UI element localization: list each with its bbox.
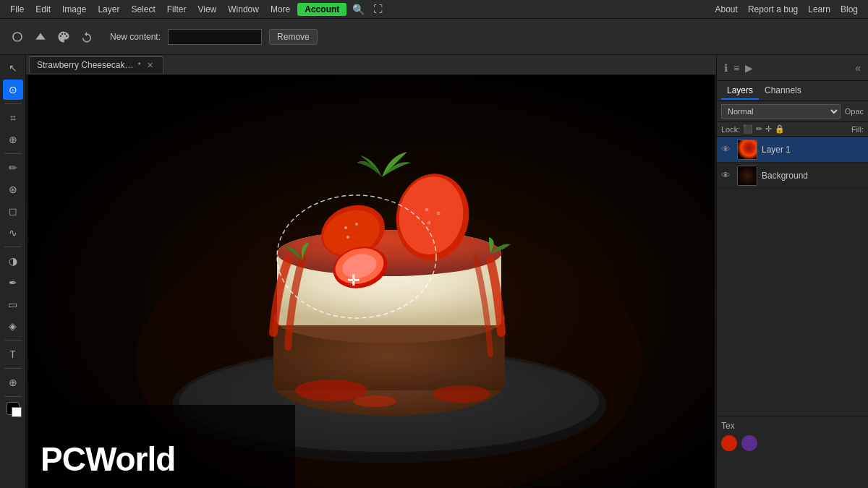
menu-layer[interactable]: Layer <box>93 3 124 16</box>
tool-lasso[interactable] <box>7 27 27 47</box>
lock-paint-icon[interactable]: ✏ <box>756 124 762 134</box>
layer-item-background[interactable]: 👁 Background <box>717 163 868 189</box>
menu-image[interactable]: Image <box>58 3 90 16</box>
tool-separator-5 <box>4 368 22 369</box>
tool-smudge[interactable]: ∿ <box>3 223 23 243</box>
panel-info-icon[interactable]: ℹ <box>721 59 731 77</box>
menu-blog[interactable]: Blog <box>836 3 862 16</box>
tool-shape[interactable]: ▭ <box>3 294 23 314</box>
tex-label: Tex <box>721 421 864 431</box>
menu-file[interactable]: File <box>6 3 28 16</box>
panel-settings-icon[interactable]: ≡ <box>731 59 742 77</box>
foreground-color[interactable] <box>7 402 20 415</box>
svg-point-15 <box>344 226 347 229</box>
svg-point-21 <box>437 211 441 215</box>
lock-move-icon[interactable]: ✛ <box>765 124 772 134</box>
tool-shape-buttons <box>7 27 97 47</box>
layers-list: 👁 Layer 1 👁 Background <box>717 137 868 416</box>
svg-point-12 <box>353 395 396 407</box>
canvas-tab-bar: Strawberry Cheesecak… * ✕ <box>26 55 716 75</box>
menu-filter[interactable]: Filter <box>163 3 191 16</box>
layers-options: Normal Multiply Screen Overlay Darken Li… <box>717 101 868 122</box>
menu-about[interactable]: About <box>711 3 742 16</box>
new-content-input[interactable] <box>168 29 262 45</box>
tool-rotate[interactable] <box>77 27 97 47</box>
tool-heal[interactable]: ⊕ <box>3 129 23 150</box>
layers-header: Layers Channels <box>717 81 868 101</box>
tool-pen[interactable]: ✒ <box>3 273 23 293</box>
background-visibility-icon[interactable]: 👁 <box>721 170 733 181</box>
menu-right: About Report a bug Learn Blog <box>711 3 862 16</box>
tex-red-btn[interactable] <box>721 435 737 451</box>
menu-learn[interactable]: Learn <box>804 3 835 16</box>
tex-icons <box>721 435 864 451</box>
lock-transparency-icon[interactable]: ⬛ <box>743 124 753 134</box>
toolbar: New content: Remove <box>0 19 868 55</box>
right-panel: ℹ ≡ ▶ « Layers Channels Normal Multiply … <box>716 55 868 488</box>
tool-select-arrow[interactable]: ↖ <box>3 58 23 78</box>
canvas-area: Strawberry Cheesecak… * ✕ <box>26 55 716 488</box>
background-thumbnail <box>737 166 757 186</box>
tab-modified: * <box>137 61 140 69</box>
main-area: ↖ ⊙ ⌗ ⊕ ✏ ⊛ ◻ ∿ ◑ ✒ ▭ ◈ T ⊕ Strawberry C… <box>0 55 868 488</box>
panel-minimize-icon[interactable]: « <box>852 59 864 77</box>
tab-close-button[interactable]: ✕ <box>145 60 156 70</box>
svg-point-11 <box>433 385 490 403</box>
tool-text[interactable]: T <box>3 344 23 364</box>
svg-point-20 <box>425 207 429 211</box>
menu-view[interactable]: View <box>193 3 221 16</box>
opacity-label: Opac <box>845 107 864 116</box>
layer1-thumbnail <box>737 140 757 160</box>
svg-point-9 <box>277 230 501 276</box>
expand-icon[interactable]: ⛶ <box>370 2 386 16</box>
panel-play-icon[interactable]: ▶ <box>742 59 756 77</box>
tool-clone[interactable]: ⊛ <box>3 179 23 200</box>
svg-point-22 <box>427 221 431 224</box>
tool-brush[interactable]: ✏ <box>3 158 23 178</box>
remove-button[interactable]: Remove <box>269 29 318 45</box>
search-icon[interactable]: 🔍 <box>349 2 367 17</box>
svg-point-17 <box>346 236 349 239</box>
menu-bug[interactable]: Report a bug <box>744 3 802 16</box>
tool-fill[interactable]: ◈ <box>3 316 23 336</box>
menu-account[interactable]: Account <box>297 3 346 16</box>
canvas-tab[interactable]: Strawberry Cheesecak… * ✕ <box>29 56 163 73</box>
svg-point-10 <box>295 380 367 401</box>
right-bottom-panel: Tex <box>717 416 868 488</box>
tab-channels[interactable]: Channels <box>759 82 807 100</box>
layer1-name: Layer 1 <box>762 145 864 155</box>
tool-lasso-select[interactable]: ⊙ <box>3 80 23 100</box>
menu-window[interactable]: Window <box>224 3 263 16</box>
new-content-label: New content: <box>110 32 161 42</box>
tool-separator-2 <box>4 153 22 154</box>
tool-separator-3 <box>4 247 22 247</box>
menu-more[interactable]: More <box>266 3 294 16</box>
tool-polygon[interactable] <box>30 27 51 47</box>
canvas-viewport[interactable]: ✛ PCWorld <box>26 75 716 488</box>
tool-separator-6 <box>4 396 22 397</box>
tool-separator-1 <box>4 103 22 104</box>
layer1-visibility-icon[interactable]: 👁 <box>721 144 733 155</box>
fill-label: Fill: <box>851 125 864 134</box>
lock-all-icon[interactable]: 🔒 <box>775 124 785 134</box>
tool-zoom[interactable]: ⊕ <box>3 372 23 393</box>
pcworld-watermark: PCWorld <box>27 432 190 489</box>
layer-item-layer1[interactable]: 👁 Layer 1 <box>717 137 868 163</box>
lock-label: Lock: <box>721 125 740 134</box>
svg-text:✛: ✛ <box>347 273 359 288</box>
menu-bar: File Edit Image Layer Select Filter View… <box>0 0 868 19</box>
tab-layers[interactable]: Layers <box>721 82 759 100</box>
tool-dodge[interactable]: ◑ <box>3 251 23 271</box>
tex-purple-btn[interactable] <box>741 435 757 451</box>
menu-select[interactable]: Select <box>127 3 159 16</box>
tool-crop[interactable]: ⌗ <box>3 108 23 128</box>
svg-point-16 <box>355 223 358 226</box>
tool-separator-4 <box>4 340 22 341</box>
menu-edit[interactable]: Edit <box>31 3 55 16</box>
right-top-icons: ℹ ≡ ▶ « <box>717 55 868 81</box>
canvas-image: ✛ PCWorld <box>27 75 715 488</box>
tool-paint[interactable] <box>54 27 74 47</box>
tool-eraser[interactable]: ◻ <box>3 201 23 221</box>
left-tool-panel: ↖ ⊙ ⌗ ⊕ ✏ ⊛ ◻ ∿ ◑ ✒ ▭ ◈ T ⊕ <box>0 55 26 488</box>
blend-mode-select[interactable]: Normal Multiply Screen Overlay Darken Li… <box>721 104 841 119</box>
